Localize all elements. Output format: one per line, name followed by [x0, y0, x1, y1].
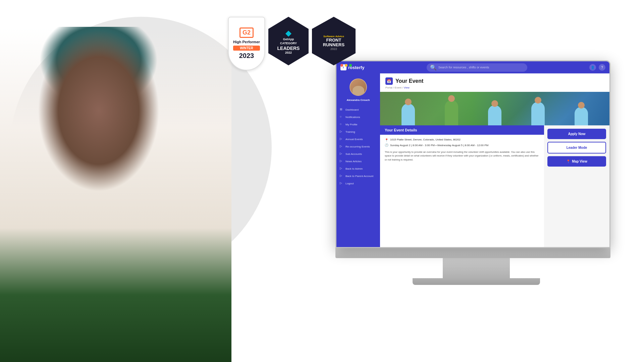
sidebar-item-news[interactable]: ▷ News Articles [336, 158, 380, 165]
volunteer-5 [575, 107, 588, 125]
event-image [380, 92, 609, 125]
user-avatar [350, 78, 367, 96]
sidebar-item-training[interactable]: ▷ Training [336, 128, 380, 135]
event-datetime: 🕐 Sunday August 2 | 8:00 AM - 3:00 PM • … [385, 143, 539, 147]
page-title-row: 📅 Your Event [385, 77, 604, 85]
sidebar-label-sub: Sub Accounts [345, 153, 362, 156]
app-header: r rosterfy 🔍 Search for resources , shif… [336, 61, 609, 73]
volunteer-4 [531, 102, 545, 125]
sidebar-item-annual-events[interactable]: ▷ Annual Events [336, 135, 380, 143]
breadcrumb-current: View [404, 86, 410, 89]
map-view-label: Map View [572, 160, 587, 163]
volunteer-figures [380, 92, 609, 125]
sa-year: 2022 [330, 47, 337, 51]
sidebar-label-dashboard: Dashboard [345, 108, 359, 111]
event-details-panel: Your Event Details 📍 1015 Platte Street,… [380, 125, 544, 247]
sidebar-label-profile: My Profile [345, 123, 358, 126]
g2-year: 2023 [239, 52, 254, 60]
person-image [0, 0, 235, 362]
badges-section: G2 High Performer WINTER 2023 GetApp CAT… [228, 17, 356, 70]
search-bar[interactable]: 🔍 Search for resources , shifts or event… [427, 63, 527, 72]
sidebar-label-parent: Back to Parent Account [345, 175, 373, 178]
sidebar-label-admin: Back to Admin [345, 167, 363, 170]
volunteer-3 [488, 105, 501, 125]
breadcrumb: Portal / Event / View [385, 86, 604, 92]
map-view-button[interactable]: 📍 Map View [547, 156, 606, 167]
person-silhouette [0, 27, 231, 362]
news-icon: ▷ [340, 159, 344, 163]
notifications-icon: ○ [340, 115, 344, 119]
monitor-stand-base [413, 278, 540, 285]
user-name: Alexandra Crouch [347, 99, 370, 102]
monitor-stand-top [443, 258, 510, 278]
event-details-header: Your Event Details [380, 125, 544, 135]
g2-bar: WINTER [233, 46, 260, 51]
admin-icon: ▷ [340, 167, 344, 171]
logout-icon: ▷ [340, 181, 344, 185]
event-datetime-text: Sunday August 2 | 8:00 AM - 3:00 PM • We… [390, 144, 488, 147]
dashboard-icon: ⊞ [340, 108, 344, 112]
avatar-body [353, 86, 364, 95]
getapp-badge: GetApp CATEGORY LEADERS 2022 [268, 17, 309, 65]
search-icon: 🔍 [430, 64, 437, 71]
rosterfy-app: r rosterfy 🔍 Search for resources , shif… [336, 61, 609, 247]
annual-events-icon: ▷ [340, 137, 344, 141]
event-location: 📍 1015 Platte Street, Denver, Colorado, … [385, 138, 539, 142]
page-title: Your Event [395, 78, 423, 84]
main-content: 📅 Your Event Portal / Event / View [380, 73, 609, 247]
page-header: 📅 Your Event Portal / Event / View [380, 73, 609, 92]
monitor-screen: r rosterfy 🔍 Search for resources , shif… [335, 60, 610, 248]
sidebar-item-notifications[interactable]: ○ Notifications [336, 113, 380, 121]
sidebar-label-logout: Logout [345, 182, 354, 185]
sa-front: FRONT [326, 38, 341, 42]
getapp-leaders: LEADERS [277, 46, 300, 51]
event-info: 📍 1015 Platte Street, Denver, Colorado, … [380, 135, 544, 165]
getapp-inner: GetApp CATEGORY LEADERS 2022 [277, 27, 300, 55]
user-header-icon[interactable]: 👤 [589, 64, 596, 71]
sidebar-item-profile[interactable]: ○ My Profile [336, 121, 380, 128]
sidebar: Alexandra Crouch ⊞ Dashboard ○ Notificat… [336, 73, 380, 247]
leader-mode-button[interactable]: Leader Mode [547, 142, 606, 154]
app-body: Alexandra Crouch ⊞ Dashboard ○ Notificat… [336, 73, 609, 247]
training-icon: ▷ [340, 130, 344, 134]
sidebar-item-sub-accounts[interactable]: ▷ Sub Accounts [336, 150, 380, 158]
sa-runners: RUNNERS [323, 42, 344, 47]
sidebar-item-dashboard[interactable]: ⊞ Dashboard [336, 106, 380, 113]
sidebar-item-logout[interactable]: ▷ Logout [336, 180, 380, 187]
content-area: Your Event Details 📍 1015 Platte Street,… [380, 125, 609, 247]
g2-badge: G2 High Performer WINTER 2023 [228, 17, 265, 70]
sidebar-label-news: News Articles [345, 160, 362, 163]
sa-inner: Software Advice FRONT RUNNERS 2022 [323, 32, 344, 51]
location-pin-icon: 📍 [385, 138, 388, 142]
software-advice-badge: Software Advice FRONT RUNNERS 2022 [312, 17, 356, 65]
volunteer-1 [401, 104, 415, 125]
apply-now-button[interactable]: Apply Now [547, 129, 606, 139]
getapp-diamond-icon [285, 31, 291, 37]
profile-icon: ○ [340, 122, 344, 126]
clock-icon: 🕐 [385, 143, 388, 147]
sidebar-item-back-admin[interactable]: ▷ Back to Admin [336, 165, 380, 172]
g2-logo: G2 [239, 27, 254, 38]
sidebar-label-training: Training [345, 130, 355, 133]
getapp-category: CATEGORY [280, 42, 297, 46]
event-description: This is your opportunity to provide an o… [385, 150, 539, 162]
help-header-icon[interactable]: ? [599, 64, 605, 71]
event-location-text: 1015 Platte Street, Denver, Colorado, Un… [390, 138, 461, 141]
parent-icon: ▷ [340, 174, 344, 178]
g2-title: High Performer [233, 40, 260, 44]
header-icons: 👤 ? [589, 64, 605, 71]
sidebar-label-recurring: Re-occurring Events [345, 145, 370, 148]
calendar-icon: 📅 [385, 77, 393, 85]
sub-accounts-icon: ▷ [340, 152, 344, 156]
getapp-name: GetApp [283, 38, 294, 42]
right-panel: Apply Now Leader Mode 📍 Map View [544, 125, 609, 247]
sidebar-item-recurring[interactable]: ▷ Re-occurring Events [336, 143, 380, 150]
recurring-icon: ▷ [340, 144, 344, 148]
monitor: r rosterfy 🔍 Search for resources , shif… [335, 60, 617, 315]
sidebar-label-annual: Annual Events [345, 138, 363, 141]
monitor-bezel [335, 248, 610, 258]
sidebar-item-parent-account[interactable]: ▷ Back to Parent Account [336, 172, 380, 180]
search-placeholder: Search for resources , shifts or events [438, 66, 489, 69]
sidebar-label-notifications: Notifications [345, 116, 360, 119]
map-pin-icon: 📍 [566, 160, 570, 163]
